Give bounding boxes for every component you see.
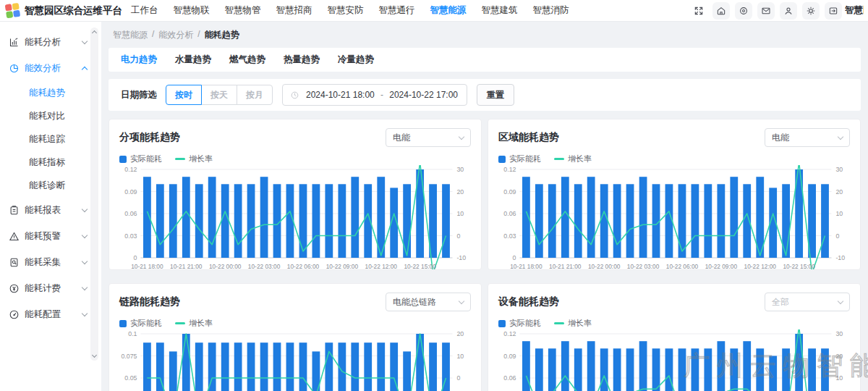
bar: [273, 342, 281, 391]
date-range-picker[interactable]: 2024-10-21 18:00 - 2024-10-22 17:00: [282, 84, 467, 106]
chart-select-dropdown[interactable]: 全部: [765, 293, 850, 311]
tab-热量趋势[interactable]: 热量趋势: [284, 54, 320, 66]
chart-canvas: 0.12300.09200.06100.0300-1010-21 18:0010…: [498, 165, 850, 270]
topnav-item-2[interactable]: 智慧物联: [172, 1, 211, 20]
user-icon[interactable]: [780, 2, 797, 20]
fullscreen-icon[interactable]: [690, 2, 707, 20]
svg-text:10-22 12:00: 10-22 12:00: [744, 263, 777, 270]
line-swatch-icon: [554, 158, 564, 160]
mail-icon[interactable]: [757, 2, 775, 20]
bar: [325, 342, 333, 391]
bar: [429, 342, 437, 391]
exit-icon[interactable]: [825, 2, 842, 20]
bar: [182, 177, 190, 258]
chart-select-dropdown[interactable]: 电能: [386, 128, 471, 147]
chevron-up-icon: [82, 66, 88, 72]
bar: [548, 184, 556, 258]
sidebar-item-能耗分析[interactable]: 能耗分析: [0, 29, 91, 55]
sidebar-subitem-能耗诊断[interactable]: 能耗诊断: [0, 174, 91, 197]
chart-select-dropdown[interactable]: 电能总链路: [386, 293, 471, 311]
tab-电力趋势[interactable]: 电力趋势: [121, 54, 157, 66]
chart-canvas: 0.12300.09200.06100.0300-1010-21 18:0010…: [119, 165, 471, 270]
topnav-item-7[interactable]: 智慧能源: [429, 1, 468, 20]
line-swatch-icon: [554, 322, 564, 324]
sidebar-item-能耗计费[interactable]: 能耗计费: [0, 275, 91, 301]
topnav-item-3[interactable]: 智慧物管: [224, 1, 263, 20]
legend-label: 增长率: [189, 318, 213, 329]
sidebar-subitem-能耗趋势[interactable]: 能耗趋势: [0, 81, 91, 104]
svg-text:10-22 03:00: 10-22 03:00: [627, 263, 660, 270]
legend-item-bar[interactable]: 实际能耗: [498, 318, 541, 329]
svg-text:0.1: 0.1: [128, 330, 137, 337]
sidebar-subitem-能耗对比[interactable]: 能耗对比: [0, 104, 91, 127]
legend-item-line[interactable]: 增长率: [554, 318, 592, 329]
topnav-item-4[interactable]: 智慧招商: [275, 1, 314, 20]
topnav-item-8[interactable]: 智慧建筑: [480, 1, 519, 20]
topnav-item-5[interactable]: 智慧安防: [326, 1, 365, 20]
bar-swatch-icon: [119, 320, 127, 327]
breadcrumb-part[interactable]: 能效分析: [158, 29, 193, 41]
charts-grid: 分项能耗趋势电能实际能耗增长率0.12300.09200.06100.0300-…: [109, 119, 861, 391]
date-range-separator: -: [375, 90, 390, 100]
sidebar-item-能耗采集[interactable]: 能耗采集: [0, 249, 91, 275]
bar: [652, 184, 660, 258]
date-range-end[interactable]: 2024-10-22 17:00: [389, 90, 458, 100]
bar: [403, 351, 411, 391]
bar: [208, 177, 216, 258]
badge-icon[interactable]: [735, 2, 752, 20]
breadcrumb-part[interactable]: 智慧能源: [113, 29, 148, 41]
sidebar-item-能耗预警[interactable]: 能耗预警: [0, 223, 91, 249]
sidebar-item-能耗配置[interactable]: 能耗配置: [0, 301, 91, 327]
chart-select-dropdown[interactable]: 电能: [765, 128, 850, 147]
chart-legend: 实际能耗增长率: [498, 154, 850, 164]
tab-燃气趋势[interactable]: 燃气趋势: [229, 54, 265, 66]
mode-button-按时[interactable]: 按时: [166, 85, 202, 105]
svg-text:0: 0: [456, 374, 460, 382]
svg-text:0.09: 0.09: [503, 188, 516, 196]
svg-text:0.06: 0.06: [124, 210, 137, 217]
sidebar-scrollbar[interactable]: [90, 28, 98, 361]
legend-item-line[interactable]: 增长率: [175, 154, 213, 164]
growth-line: [526, 165, 825, 270]
bar: [678, 184, 686, 258]
bar: [600, 348, 608, 391]
chevron-down-icon: [82, 284, 88, 290]
top-bar: 智慧园区综合运维平台 工作台智慧物联智慧物管智慧招商智慧安防智慧通行智慧能源智慧…: [0, 0, 868, 22]
legend-item-bar[interactable]: 实际能耗: [498, 154, 541, 164]
scroll-up-icon[interactable]: [92, 30, 97, 35]
legend-item-line[interactable]: 增长率: [175, 318, 213, 329]
sidebar-item-能耗报表[interactable]: 能耗报表: [0, 197, 91, 223]
chart-card-设备能耗趋势: 设备能耗趋势全部实际能耗增长率0.12300.09200.06100.0300-…: [488, 283, 861, 391]
settings-icon[interactable]: [802, 2, 820, 20]
sidebar-subitem-能耗指标[interactable]: 能耗指标: [0, 151, 91, 174]
topnav-item-9[interactable]: 智慧消防: [532, 1, 571, 20]
doc-search-icon: [9, 257, 20, 268]
sidebar-item-能效分析[interactable]: 能效分析: [0, 55, 91, 81]
home-icon[interactable]: [712, 2, 730, 20]
svg-text:20: 20: [456, 188, 464, 196]
bar: [600, 184, 608, 258]
chart-plot-area: 0.1200.075100.0500.025-100-2010-21 18:00…: [119, 329, 471, 391]
chart-card-header: 设备能耗趋势全部: [498, 293, 850, 311]
scroll-down-icon[interactable]: [92, 353, 97, 358]
topnav-item-6[interactable]: 智慧通行: [378, 1, 417, 20]
bar: [730, 348, 738, 391]
legend-item-bar[interactable]: 实际能耗: [119, 154, 162, 164]
legend-item-bar[interactable]: 实际能耗: [119, 318, 162, 329]
reset-button[interactable]: 重置: [477, 84, 514, 106]
topnav-item-1[interactable]: 工作台: [129, 1, 160, 20]
chart-legend: 实际能耗增长率: [119, 154, 471, 164]
mode-button-按天[interactable]: 按天: [201, 85, 237, 105]
breadcrumb-separator: /: [197, 29, 200, 41]
date-range-start[interactable]: 2024-10-21 18:00: [306, 90, 375, 100]
sidebar-item-label: 能耗配置: [25, 308, 61, 321]
legend-item-line[interactable]: 增长率: [554, 154, 592, 164]
chevron-down-icon: [82, 232, 88, 237]
mode-button-按月[interactable]: 按月: [237, 85, 273, 105]
tab-水量趋势[interactable]: 水量趋势: [175, 54, 211, 66]
sidebar-subitem-能耗追踪[interactable]: 能耗追踪: [0, 127, 91, 151]
user-name[interactable]: 智慧园: [845, 4, 864, 17]
tab-冷量趋势[interactable]: 冷量趋势: [338, 54, 374, 66]
legend-label: 实际能耗: [509, 318, 541, 329]
date-filter-label: 日期筛选: [121, 89, 157, 101]
